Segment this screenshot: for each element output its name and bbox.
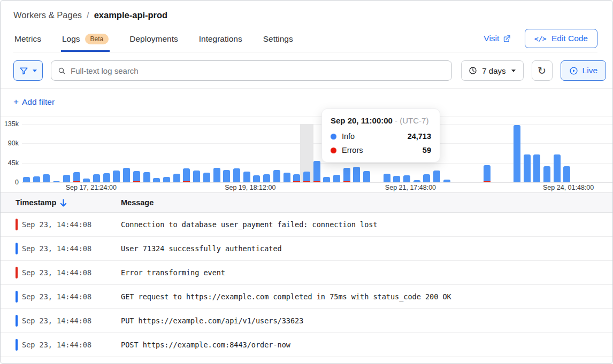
log-row[interactable]: Sep 23, 14:44:08User 71324 successfully … (1, 237, 612, 261)
visit-label: Visit (484, 34, 499, 43)
chart-bar[interactable] (173, 174, 180, 182)
time-range-label: 7 days (482, 66, 505, 75)
chart-bar[interactable] (203, 173, 210, 182)
log-row[interactable]: Sep 23, 14:44:08GET request to https://e… (1, 285, 612, 309)
chart-bar[interactable] (93, 174, 100, 182)
chart-bar[interactable] (303, 172, 310, 182)
log-timestamp: Sep 23, 14:44:08 (22, 268, 121, 277)
chart-bar[interactable] (363, 171, 370, 182)
breadcrumb-section[interactable]: Workers & Pages (13, 10, 82, 20)
tab-label: Logs (62, 34, 80, 44)
chart-bar[interactable] (63, 175, 70, 182)
chart-bar[interactable] (403, 175, 410, 182)
chart-bar[interactable] (53, 181, 60, 182)
log-table: Timestamp Message Sep 23, 14:44:08Connec… (1, 192, 612, 357)
chart-bar[interactable] (293, 174, 300, 182)
chart-bar[interactable] (33, 176, 40, 182)
chart-bar[interactable] (133, 171, 140, 182)
chart-bar[interactable] (514, 125, 520, 182)
series-color-dot (331, 134, 336, 140)
filter-menu-button[interactable] (13, 60, 43, 81)
chart-bar[interactable] (103, 173, 110, 182)
chart-bar[interactable] (83, 179, 90, 182)
chart-bar[interactable] (163, 177, 170, 182)
chart-bar[interactable] (533, 154, 540, 182)
time-range-button[interactable]: 7 days (461, 60, 523, 81)
chart-bar[interactable] (543, 166, 550, 182)
chart-bar[interactable] (23, 177, 30, 182)
chart-bar[interactable] (223, 170, 230, 182)
series-value: 24,713 (408, 132, 431, 141)
chart-bar[interactable] (233, 168, 240, 182)
live-button[interactable]: Live (561, 60, 606, 81)
chart-bar[interactable] (423, 174, 430, 182)
chart-bar-error-segment (484, 181, 491, 182)
chart-bar[interactable] (353, 167, 360, 182)
x-axis-tick-label: Sep 19, 18:12:00 (225, 184, 275, 191)
chart-bar[interactable] (43, 174, 50, 182)
tab-deployments[interactable]: Deployments (128, 27, 179, 52)
tab-metrics[interactable]: Metrics (13, 27, 42, 52)
tab-label: Deployments (129, 34, 178, 44)
timestamp-column-header[interactable]: Timestamp (16, 198, 121, 207)
chart-bar[interactable] (323, 177, 330, 182)
tab-settings[interactable]: Settings (262, 27, 294, 52)
log-message: POST https://example.com:8443/order-now (121, 340, 290, 349)
log-row[interactable]: Sep 23, 14:44:08POST https://example.com… (1, 333, 612, 357)
chart-bar[interactable] (263, 174, 270, 182)
add-filter-row: + Add filter (1, 89, 612, 117)
log-message: PUT https://example.com/api/v1/users/336… (121, 316, 303, 325)
chart-bar[interactable] (443, 180, 450, 182)
chart-bar[interactable] (413, 180, 420, 182)
refresh-button[interactable]: ↻ (532, 60, 553, 81)
chart-bar[interactable] (333, 175, 340, 182)
play-circle-icon (569, 66, 578, 75)
chart-bar[interactable] (283, 173, 290, 182)
search-input[interactable] (71, 66, 445, 75)
breadcrumb-separator: / (87, 10, 89, 20)
chart-bar[interactable] (524, 154, 531, 182)
tooltip-rows: Info24,713Errors59 (331, 132, 431, 154)
log-timestamp: Sep 23, 14:44:08 (22, 244, 121, 253)
chart-bar-error-segment (133, 181, 140, 182)
log-row[interactable]: Sep 23, 14:44:08Connection to database u… (1, 213, 612, 237)
chart-bar[interactable] (273, 170, 280, 182)
x-axis-tick-label: Sep 21, 17:48:00 (385, 184, 436, 191)
chart-bar[interactable] (143, 172, 150, 182)
tooltip-series-row: Info24,713 (331, 132, 431, 141)
chart-bar[interactable] (433, 171, 440, 182)
chart-bar[interactable] (153, 178, 160, 182)
chart-bar[interactable] (183, 168, 190, 182)
chart-bar[interactable] (213, 168, 220, 182)
log-row[interactable]: Sep 23, 14:44:08PUT https://example.com/… (1, 309, 612, 333)
chart-bar[interactable] (563, 166, 570, 182)
chart-bar[interactable] (313, 161, 320, 182)
chart-bar[interactable] (253, 175, 260, 182)
chart-bar[interactable] (193, 171, 200, 182)
timestamp-header-label: Timestamp (16, 198, 56, 207)
filter-bar: 7 days ↻ Live (1, 52, 612, 89)
search-box (51, 60, 452, 81)
y-axis-tick-label: 45k (1, 159, 19, 167)
log-row[interactable]: Sep 23, 14:44:08Error transforming event (1, 261, 612, 285)
chart-bar[interactable] (113, 171, 120, 182)
visit-link[interactable]: Visit (484, 34, 511, 43)
log-timestamp: Sep 23, 14:44:08 (22, 220, 121, 229)
edit-code-button[interactable]: </> Edit Code (525, 29, 597, 48)
severity-indicator (16, 339, 18, 351)
severity-indicator (16, 267, 18, 278)
chart-bar[interactable] (123, 168, 130, 182)
chart-bar[interactable] (343, 168, 350, 182)
tab-integrations[interactable]: Integrations (198, 27, 243, 52)
chart-bar[interactable] (484, 165, 491, 182)
chart-bar[interactable] (384, 174, 390, 182)
chart-bar[interactable] (73, 172, 80, 182)
add-filter-button[interactable]: + Add filter (13, 97, 55, 107)
chart-bar[interactable] (393, 176, 400, 182)
chart-bar[interactable] (554, 154, 561, 182)
chart-bars (22, 124, 612, 182)
tab-logs[interactable]: LogsBeta (61, 27, 110, 52)
tab-label: Integrations (199, 34, 242, 44)
chart-bar[interactable] (243, 172, 250, 182)
message-column-header: Message (121, 198, 154, 207)
